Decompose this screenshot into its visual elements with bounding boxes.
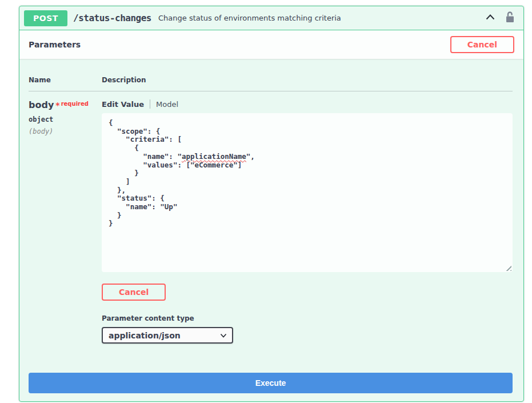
endpoint-summary: Change status of environments matching c… <box>158 14 477 22</box>
execute-wrapper: Execute <box>19 344 523 393</box>
required-asterisk: * <box>55 101 59 110</box>
parameter-name-cell: body*required object (body) <box>29 98 102 344</box>
endpoint-path: /status-changes <box>73 13 151 23</box>
chevron-up-icon <box>485 11 496 25</box>
parameter-row-body: body*required object (body) Edit Value M… <box>29 91 513 344</box>
tab-divider <box>150 99 150 109</box>
tab-model[interactable]: Model <box>156 100 178 109</box>
collapse-button[interactable] <box>485 11 496 25</box>
parameters-title: Parameters <box>29 40 81 49</box>
parameter-in: (body) <box>29 127 102 135</box>
parameter-name: body <box>29 99 54 110</box>
parameters-section-header: Parameters Cancel <box>19 30 523 59</box>
try-out-cancel-button[interactable]: Cancel <box>450 36 514 53</box>
table-header-row: Name Description <box>29 76 513 91</box>
authorization-button[interactable] <box>504 11 515 25</box>
required-label: required <box>61 101 89 107</box>
content-type-label: Parameter content type <box>102 314 513 322</box>
column-header-description: Description <box>102 76 146 84</box>
method-badge: POST <box>24 10 67 26</box>
parameters-table: Name Description body*required object (b… <box>19 59 523 344</box>
parameter-type: object <box>29 115 102 123</box>
resize-grip[interactable] <box>504 264 511 271</box>
editor-tabs: Edit Value Model <box>102 99 513 109</box>
content-type-select[interactable]: application/json <box>102 327 233 344</box>
operation-block-post: POST /status-changes Change status of en… <box>19 6 524 402</box>
parameter-description-cell: Edit Value Model { "scope": { "criteria"… <box>102 98 513 344</box>
tab-edit-value[interactable]: Edit Value <box>102 100 144 109</box>
request-body-editor-text: { "scope": { "criteria": [ { "name": "ap… <box>109 119 506 228</box>
column-header-name: Name <box>29 76 102 84</box>
content-type-block: Parameter content type application/json <box>102 314 513 344</box>
execute-button[interactable]: Execute <box>29 373 513 393</box>
editor-cancel-button[interactable]: Cancel <box>102 284 166 301</box>
operation-summary[interactable]: POST /status-changes Change status of en… <box>19 6 523 30</box>
lock-open-icon <box>504 11 515 25</box>
request-body-editor[interactable]: { "scope": { "criteria": [ { "name": "ap… <box>102 113 513 272</box>
